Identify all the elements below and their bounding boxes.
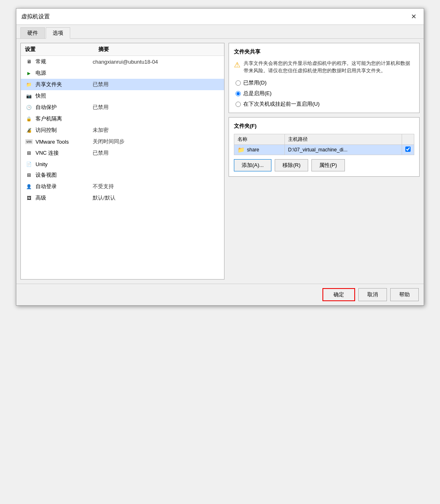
folder-row[interactable]: 📁 share D:\07_virtual_machine_di... [234,145,414,155]
help-button[interactable]: 帮助 [390,288,419,301]
folder-sharing-section: 文件夹共享 ⚠ 共享文件夹会将您的文件显示给虚拟机中的程序。这可能为您的计算机和… [229,43,420,113]
radio-disabled[interactable]: 已禁用(D) [236,79,414,87]
cancel-button[interactable]: 取消 [358,288,387,301]
warning-box: ⚠ 共享文件夹会将您的文件显示给虚拟机中的程序。这可能为您的计算机和数据带来风险… [234,60,414,74]
share-icon [25,81,33,88]
close-button[interactable]: ✕ [409,12,419,21]
remove-folder-button[interactable]: 移除(R) [275,159,308,171]
setting-item-autologin[interactable]: 自动登录 不受支持 [21,181,224,192]
setting-item-vmware-tools[interactable]: VMware Tools 关闭时间同步 [21,136,224,147]
advanced-icon [25,195,33,201]
power-icon [25,70,33,76]
settings-header: 设置 摘要 [21,43,224,56]
col-name-header: 名称 [234,134,285,145]
virtual-machine-settings-dialog: 虚拟机设置 ✕ 硬件 选项 设置 摘要 常规 changxianrui@ubun… [16,8,424,306]
folder-path-cell: D:\07_virtual_machine_di... [284,145,402,155]
folder-section-title: 文件夹(F) [234,122,414,130]
setting-item-device-view[interactable]: 设备视图 [21,169,224,181]
monitor-icon [25,58,33,65]
folder-icon: 📁 [238,147,244,153]
setting-item-advanced[interactable]: 高级 默认/默认 [21,192,224,204]
warning-icon: ⚠ [234,60,240,69]
tabs-bar: 硬件 选项 [16,25,424,39]
title-bar: 虚拟机设置 ✕ [16,9,424,25]
col-setting-label: 设置 [25,46,98,53]
snapshot-icon [25,93,33,99]
vmtools-icon [25,138,33,145]
setting-item-general[interactable]: 常规 changxianrui@ubuntu18-04 [21,56,224,67]
col-host-path-header: 主机路径 [284,134,402,145]
setting-item-isolation[interactable]: 客户机隔离 [21,113,224,124]
folder-enabled-checkbox[interactable] [405,147,411,152]
radio-until-shutdown[interactable]: 在下次关机或挂起前一直启用(U) [236,100,414,108]
col-enabled-header [402,134,414,145]
setting-item-access-control[interactable]: 访问控制 未加密 [21,124,224,136]
warning-text: 共享文件夹会将您的文件显示给虚拟机中的程序。这可能为您的计算机和数据带来风险。请… [244,60,414,74]
properties-folder-button[interactable]: 属性(P) [311,159,344,171]
access-icon [25,127,33,133]
col-summary-label: 摘要 [98,46,220,53]
sharing-radio-group: 已禁用(D) 总是启用(E) 在下次关机或挂起前一直启用(U) [236,79,414,108]
autologin-icon [25,183,33,190]
setting-item-unity[interactable]: Unity [21,159,224,169]
add-folder-button[interactable]: 添加(A)... [234,159,271,171]
setting-item-snapshot[interactable]: 快照 [21,90,224,102]
vnc-icon [25,150,33,156]
setting-item-vnc[interactable]: VNC 连接 已禁用 [21,147,224,159]
folder-buttons: 添加(A)... 移除(R) 属性(P) [234,159,414,171]
setting-item-power[interactable]: 电源 [21,67,224,79]
folder-section: 文件夹(F) 名称 主机路径 📁 [229,117,420,177]
tab-options[interactable]: 选项 [46,27,70,39]
settings-list: 设置 摘要 常规 changxianrui@ubuntu18-04 电源 共享文… [20,43,224,280]
main-content: 设置 摘要 常规 changxianrui@ubuntu18-04 电源 共享文… [16,39,424,284]
right-panel: 文件夹共享 ⚠ 共享文件夹会将您的文件显示给虚拟机中的程序。这可能为您的计算机和… [229,43,420,280]
device-icon [25,172,33,178]
setting-item-autoprotect[interactable]: 自动保护 已禁用 [21,102,224,113]
setting-item-shared-folders[interactable]: 共享文件夹 已禁用 [21,79,224,90]
bottom-bar: 确定 取消 帮助 [16,284,424,305]
folder-name-cell: 📁 share [234,145,285,155]
ok-button[interactable]: 确定 [322,288,355,301]
tab-hardware[interactable]: 硬件 [20,27,45,38]
folder-table: 名称 主机路径 📁 share [234,134,414,155]
folder-sharing-title: 文件夹共享 [234,48,414,56]
isolation-icon [25,115,33,122]
autoprotect-icon [25,104,33,111]
folder-enabled-cell [402,145,414,155]
dialog-title: 虚拟机设置 [21,13,50,20]
radio-always[interactable]: 总是启用(E) [236,90,414,97]
unity-icon [25,161,33,167]
